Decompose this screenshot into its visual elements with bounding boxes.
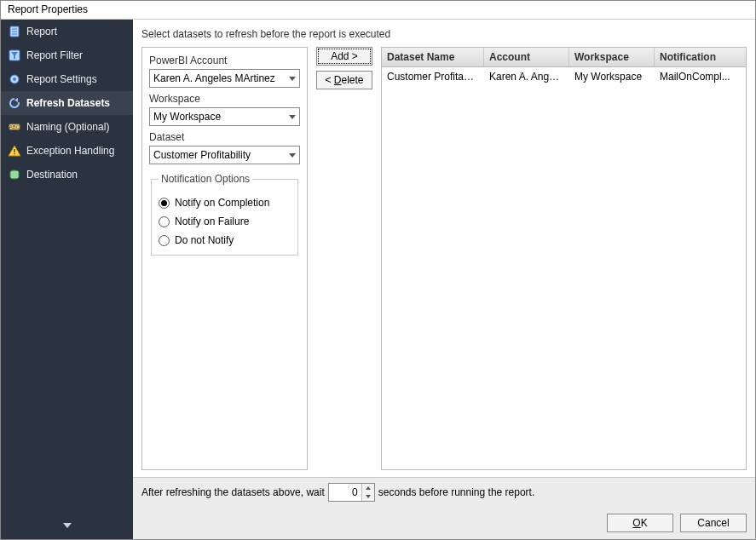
chevron-down-icon [366,495,371,498]
spinner-up[interactable] [362,484,374,492]
dataset-form: PowerBI Account Karen A. Angeles MArtine… [141,47,308,470]
notification-legend: Notification Options [159,173,252,185]
svg-point-7 [13,78,16,81]
settings-icon [8,72,21,86]
sidebar: Report Report Filter Report Settings Ref… [1,20,133,539]
table-row[interactable]: Customer Profitabili... Karen A. Angele.… [382,67,746,87]
radio-icon [159,235,170,246]
grid-header: Dataset Name Account Workspace Notificat… [382,48,746,67]
filter-icon [8,49,21,62]
dialog-footer: OK Cancel [133,507,755,539]
dataset-value: Customer Profitability [153,149,251,161]
cell-notification: MailOnCompl... [655,67,746,86]
workspace-combo[interactable]: My Workspace [149,107,300,126]
add-button[interactable]: Add > [316,47,372,66]
content-row: PowerBI Account Karen A. Angeles MArtine… [133,43,755,477]
sidebar-item-report-settings[interactable]: Report Settings [1,67,133,91]
col-notification[interactable]: Notification [655,48,746,66]
notification-options-group: Notification Options Notify on Completio… [151,173,298,256]
warning-icon [8,144,21,158]
wait-seconds-spinner[interactable] [328,483,375,502]
svg-text:ABC: ABC [9,124,20,129]
cell-workspace: My Workspace [569,67,655,86]
account-value: Karen A. Angeles MArtinez [153,72,275,84]
sidebar-item-label: Report Settings [26,73,97,85]
radio-label: Notify on Completion [175,197,269,209]
sidebar-item-label: Refresh Datasets [26,97,110,109]
sidebar-expand-toggle[interactable] [1,514,133,539]
instruction-text: Select datasets to refresh before the re… [133,20,755,43]
sidebar-item-destination[interactable]: Destination [1,163,133,187]
radio-label: Do not Notify [175,234,234,246]
report-properties-window: Report Properties Report Report Filter R… [0,0,756,540]
dataset-label: Dataset [149,131,300,143]
main-panel: Select datasets to refresh before the re… [133,20,755,539]
radio-icon [159,216,170,227]
sidebar-item-report-filter[interactable]: Report Filter [1,43,133,67]
workspace-value: My Workspace [153,111,221,123]
col-account[interactable]: Account [484,48,569,66]
sidebar-item-refresh-datasets[interactable]: Refresh Datasets [1,91,133,115]
datasets-grid: Dataset Name Account Workspace Notificat… [381,47,747,470]
radio-icon [159,198,170,209]
wait-seconds-input[interactable] [329,484,361,501]
chevron-down-icon [289,77,296,81]
chevron-down-icon [289,115,296,119]
action-buttons: Add > < Delete [316,47,372,470]
sidebar-item-label: Destination [26,169,78,181]
grid-body: Customer Profitabili... Karen A. Angele.… [382,67,746,469]
ok-button[interactable]: OK [607,514,673,532]
svg-rect-12 [14,149,14,152]
wait-prefix: After refreshing the datasets above, wai… [141,486,325,498]
chevron-down-icon [289,153,296,158]
svg-rect-13 [14,153,14,154]
sidebar-item-naming[interactable]: ABC Naming (Optional) [1,115,133,139]
sidebar-item-label: Report [26,26,57,37]
account-label: PowerBI Account [149,55,300,66]
sidebar-item-label: Naming (Optional) [26,121,109,133]
workspace-label: Workspace [149,93,300,105]
col-workspace[interactable]: Workspace [569,48,655,66]
account-combo[interactable]: Karen A. Angeles MArtinez [149,69,300,88]
report-icon [8,25,21,38]
sidebar-item-label: Report Filter [26,49,83,61]
wait-suffix: seconds before running the report. [378,486,534,498]
radio-notify-completion[interactable]: Notify on Completion [159,197,291,209]
destination-icon [8,168,21,181]
chevron-up-icon [366,486,371,490]
refresh-icon [8,96,21,110]
sidebar-item-label: Exception Handling [26,145,114,157]
chevron-down-icon [63,523,72,528]
svg-marker-8 [14,98,18,102]
window-title: Report Properties [1,1,755,20]
cell-dataset: Customer Profitabili... [382,67,484,86]
cell-account: Karen A. Angele... [484,67,569,86]
sidebar-item-report[interactable]: Report [1,20,133,43]
naming-icon: ABC [8,120,21,134]
cancel-button[interactable]: Cancel [680,514,747,532]
body: Report Report Filter Report Settings Ref… [1,20,755,539]
wait-bar: After refreshing the datasets above, wai… [133,477,755,507]
sidebar-item-exception-handling[interactable]: Exception Handling [1,139,133,163]
radio-label: Notify on Failure [175,215,249,227]
col-dataset-name[interactable]: Dataset Name [382,48,484,66]
spinner-down[interactable] [362,492,374,501]
dataset-combo[interactable]: Customer Profitability [149,146,300,164]
radio-do-not-notify[interactable]: Do not Notify [159,234,291,246]
radio-notify-failure[interactable]: Notify on Failure [159,215,291,227]
delete-button[interactable]: < Delete [316,71,372,89]
